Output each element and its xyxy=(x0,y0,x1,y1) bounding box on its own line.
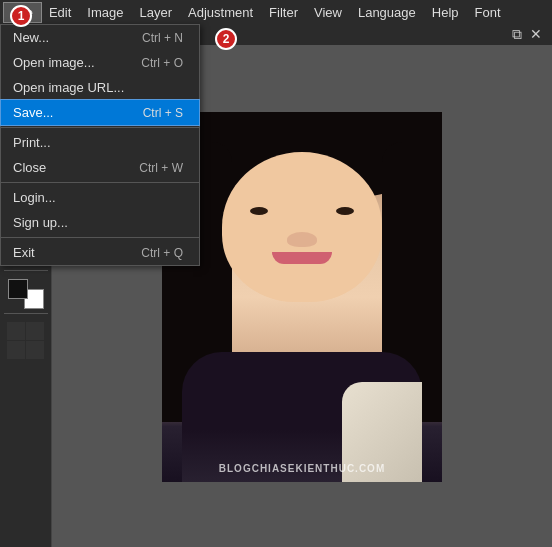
menu-item-open-image[interactable]: Open image... Ctrl + O xyxy=(1,50,199,75)
canvas-restore-button[interactable]: ⧉ xyxy=(510,26,524,43)
menu-item-open-url[interactable]: Open image URL... xyxy=(1,75,199,100)
menu-item-new[interactable]: New... Ctrl + N xyxy=(1,25,199,50)
watermark: BLOGCHIASEKIENTHUC.COM xyxy=(219,463,385,474)
menu-font[interactable]: Font xyxy=(467,3,509,22)
separator-2 xyxy=(1,182,199,183)
menu-item-login[interactable]: Login... xyxy=(1,185,199,210)
portrait-face xyxy=(222,152,382,302)
menu-item-exit[interactable]: Exit Ctrl + Q xyxy=(1,240,199,265)
extra-tool-4[interactable] xyxy=(26,341,44,359)
menu-language[interactable]: Language xyxy=(350,3,424,22)
canvas-controls: ⧉ ✕ xyxy=(510,26,544,43)
sep2 xyxy=(4,270,48,271)
nose xyxy=(287,232,317,247)
menu-item-print[interactable]: Print... xyxy=(1,130,199,155)
menu-item-signup[interactable]: Sign up... xyxy=(1,210,199,235)
menu-item-save[interactable]: Save... Ctrl + S xyxy=(1,100,199,125)
extra-tool-2[interactable] xyxy=(26,322,44,340)
foreground-color-swatch[interactable] xyxy=(8,279,28,299)
file-dropdown-menu: New... Ctrl + N Open image... Ctrl + O O… xyxy=(0,24,200,266)
menu-layer[interactable]: Layer xyxy=(132,3,181,22)
mouth xyxy=(272,252,332,264)
extra-tool-3[interactable] xyxy=(7,341,25,359)
extra-tools xyxy=(7,322,44,359)
step-badge-2: 2 xyxy=(215,28,237,50)
menubar: File Edit Image Layer Adjustment Filter … xyxy=(0,0,552,24)
extra-tool-1[interactable] xyxy=(7,322,25,340)
menu-edit[interactable]: Edit xyxy=(41,3,79,22)
sep3 xyxy=(4,313,48,314)
menu-view[interactable]: View xyxy=(306,3,350,22)
app-container: File Edit Image Layer Adjustment Filter … xyxy=(0,0,552,547)
separator-1 xyxy=(1,127,199,128)
separator-3 xyxy=(1,237,199,238)
menu-filter[interactable]: Filter xyxy=(261,3,306,22)
menu-image[interactable]: Image xyxy=(79,3,131,22)
image-canvas[interactable]: BLOGCHIASEKIENTHUC.COM xyxy=(162,112,442,482)
eye-left xyxy=(250,207,268,215)
step-badge-1: 1 xyxy=(10,5,32,27)
menu-item-close[interactable]: Close Ctrl + W xyxy=(1,155,199,180)
menu-help[interactable]: Help xyxy=(424,3,467,22)
color-picker[interactable] xyxy=(8,279,44,309)
canvas-close-button[interactable]: ✕ xyxy=(528,26,544,43)
eye-right xyxy=(336,207,354,215)
menu-adjustment[interactable]: Adjustment xyxy=(180,3,261,22)
